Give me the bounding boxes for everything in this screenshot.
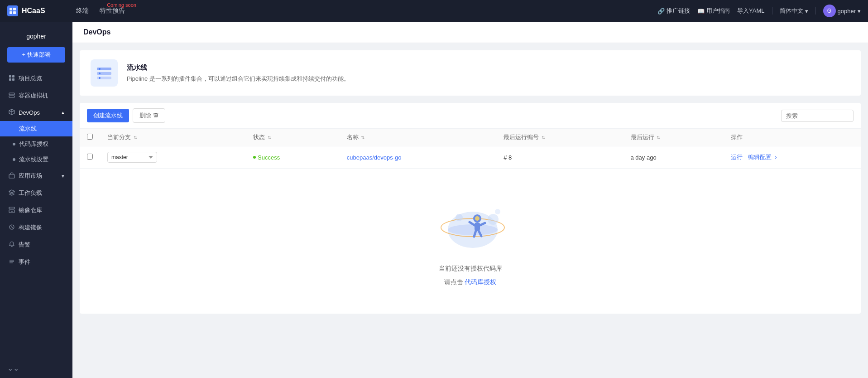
svg-point-36 <box>475 216 480 221</box>
sidebar-item-label: 事件 <box>19 258 30 266</box>
edit-config-action-btn[interactable]: 编辑配置 <box>748 154 772 160</box>
svg-point-27 <box>456 214 463 221</box>
name-cell: cubepaas/devops-go <box>340 146 496 169</box>
build-icon <box>9 224 15 232</box>
lang-selector[interactable]: 简体中文 ▾ <box>780 7 808 15</box>
sidebar-item-vm[interactable]: 容器虚拟机 <box>0 87 72 104</box>
nav-feature[interactable]: 特性预告 Coming soon! <box>100 7 125 15</box>
topnav-menu: 终端 特性预告 Coming soon! <box>76 7 657 15</box>
coming-soon-badge: Coming soon! <box>107 2 138 8</box>
sort-branch-icon[interactable]: ⇅ <box>134 135 137 140</box>
table-toolbar: 创建流水线 删除 <box>80 103 861 129</box>
status-badge: Success <box>253 154 332 161</box>
svg-rect-10 <box>9 174 14 178</box>
svg-rect-11 <box>9 207 14 209</box>
col-last-run-id: 最后运行编号 ⇅ <box>496 129 623 146</box>
svg-rect-2 <box>10 11 12 14</box>
svg-point-21 <box>99 68 101 70</box>
svg-rect-6 <box>9 78 11 81</box>
chevron-down-double-icon: ⌄⌄ <box>7 364 19 372</box>
repo-auth-link[interactable]: 代码库授权 <box>465 278 496 286</box>
create-pipeline-button[interactable]: 创建流水线 <box>87 109 129 122</box>
user-chevron-icon: ▾ <box>858 8 861 15</box>
svg-rect-7 <box>12 78 14 81</box>
sidebar-collapse-btn[interactable]: ⌄⌄ <box>0 359 72 378</box>
table-container: 创建流水线 删除 <box>80 103 861 314</box>
divider2 <box>815 7 816 15</box>
promo-link[interactable]: 🔗 推广链接 <box>657 7 690 15</box>
sidebar-item-label: 流水线 <box>19 125 37 133</box>
last-run-id-cell: # 8 <box>496 146 623 169</box>
col-last-run: 最后运行 ⇅ <box>623 129 724 146</box>
svg-rect-1 <box>13 8 16 10</box>
empty-illustration <box>425 187 516 259</box>
search-input[interactable] <box>781 110 854 122</box>
divider <box>772 7 772 15</box>
link-icon: 🔗 <box>657 8 665 15</box>
archive-icon <box>9 207 15 214</box>
status-cell: Success <box>246 146 340 169</box>
empty-text: 当前还没有授权代码库 <box>439 265 502 273</box>
branch-select[interactable]: master <box>107 152 157 163</box>
sort-run-icon[interactable]: ⇅ <box>657 135 660 140</box>
sidebar-item-pipeline[interactable]: 流水线 <box>0 121 72 136</box>
sidebar-item-label: 项目总览 <box>19 74 42 82</box>
svg-point-28 <box>488 214 499 225</box>
grid-icon <box>9 75 15 82</box>
main-content: DevOps 流水线 Pipeline 是一系列的插件集合，可以通 <box>72 22 868 378</box>
logo-icon <box>7 5 18 16</box>
server-icon <box>9 92 15 100</box>
active-dot <box>13 127 15 130</box>
app-logo: HCaaS <box>7 5 62 16</box>
sort-name-icon[interactable]: ⇅ <box>361 135 364 140</box>
svg-rect-0 <box>10 8 12 10</box>
sidebar-item-events[interactable]: 事件 <box>0 253 72 271</box>
delete-button[interactable]: 删除 <box>133 108 165 123</box>
chevron-down-icon: ▾ <box>805 8 808 15</box>
sort-status-icon[interactable]: ⇅ <box>268 135 271 140</box>
select-all-checkbox[interactable] <box>87 134 93 140</box>
book-icon: 📖 <box>697 8 705 15</box>
topnav: HCaaS 终端 特性预告 Coming soon! 🔗 推广链接 📖 用户指南… <box>0 0 868 22</box>
empty-state: 当前还没有授权代码库 请点击 代码库授权 <box>80 169 861 314</box>
svg-rect-8 <box>9 93 14 95</box>
more-actions-btn[interactable]: › <box>775 154 777 160</box>
sidebar-item-alert[interactable]: 告警 <box>0 236 72 253</box>
sidebar-item-workload[interactable]: 工作负载 <box>0 184 72 202</box>
svg-rect-31 <box>475 223 480 231</box>
import-yaml-btn[interactable]: 导入YAML <box>737 7 764 15</box>
user-menu[interactable]: G gopher ▾ <box>823 5 861 17</box>
pipeline-name-link[interactable]: cubepaas/devops-go <box>347 154 402 161</box>
store-icon <box>9 172 15 180</box>
sidebar-item-overview[interactable]: 项目总览 <box>0 70 72 87</box>
content-area: 流水线 Pipeline 是一系列的插件集合，可以通过组合它们来实现持续集成和持… <box>72 43 868 321</box>
sidebar-item-label: 构建镜像 <box>19 223 42 232</box>
layers-icon <box>9 189 15 197</box>
app-name: HCaaS <box>22 7 45 15</box>
sidebar-item-pipeline-settings[interactable]: 流水线设置 <box>0 152 72 167</box>
sidebar-item-label: 工作负载 <box>19 189 42 197</box>
empty-prompt: 请点击 代码库授权 <box>444 278 497 286</box>
sidebar: gopher + 快速部署 项目总览 容器虚拟机 DevOps ▲ <box>0 22 72 378</box>
status-dot <box>253 156 256 159</box>
svg-point-22 <box>99 73 101 74</box>
guide-link[interactable]: 📖 用户指南 <box>697 7 730 15</box>
sidebar-item-appmarket[interactable]: 应用市场 ▼ <box>0 167 72 184</box>
trash-icon <box>153 112 158 119</box>
sidebar-item-registry[interactable]: 镜像仓库 <box>0 202 72 219</box>
sidebar-item-label: 镜像仓库 <box>19 206 42 214</box>
sort-run-id-icon[interactable]: ⇅ <box>542 135 545 140</box>
svg-point-25 <box>448 224 498 235</box>
quick-deploy-button[interactable]: + 快速部署 <box>7 47 65 63</box>
select-all-header <box>80 129 100 146</box>
svg-rect-3 <box>13 11 16 14</box>
nav-terminal[interactable]: 终端 <box>76 7 89 15</box>
run-action-btn[interactable]: 运行 <box>731 154 743 160</box>
sidebar-item-build[interactable]: 构建镜像 <box>0 219 72 236</box>
sidebar-item-devops[interactable]: DevOps ▲ <box>0 104 72 121</box>
sidebar-username: gopher <box>0 29 72 47</box>
sidebar-item-repo-auth[interactable]: 代码库授权 <box>0 136 72 152</box>
col-status: 状态 ⇅ <box>246 129 340 146</box>
row-checkbox[interactable] <box>87 154 93 160</box>
delete-label: 删除 <box>139 111 151 120</box>
